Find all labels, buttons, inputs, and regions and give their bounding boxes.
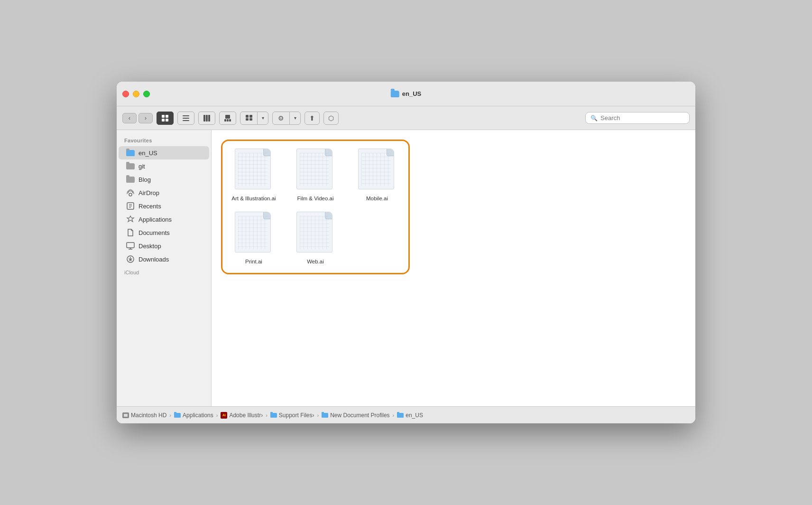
en-us-folder-icon	[397, 413, 404, 418]
file-item-print[interactable]: Print.ai	[230, 212, 277, 265]
svg-rect-11	[224, 119, 226, 122]
support-files-folder-icon	[270, 413, 277, 418]
breadcrumb-new-document-profiles[interactable]: New Document Profiles	[322, 412, 389, 419]
file-item-film[interactable]: Film & Video.ai	[292, 149, 339, 202]
sidebar-item-applications[interactable]: Applications	[119, 213, 209, 226]
svg-rect-4	[183, 115, 189, 116]
breadcrumb-label-hd: Macintosh HD	[131, 412, 166, 419]
fullscreen-button[interactable]	[143, 91, 150, 97]
window-title-area: en_US	[391, 90, 421, 97]
downloads-icon	[126, 255, 135, 263]
recents-icon	[126, 202, 135, 210]
favourites-section-title: Favourites	[117, 136, 211, 146]
new-doc-profiles-folder-icon	[322, 413, 328, 418]
sidebar-item-git[interactable]: git	[119, 159, 209, 173]
svg-rect-7	[203, 115, 205, 122]
breadcrumb-adobe-illustrator[interactable]: Ai Adobe Illustr›	[221, 412, 263, 419]
window-title: en_US	[402, 90, 421, 97]
breadcrumb-sep-4: ›	[317, 412, 319, 418]
sidebar-item-blog[interactable]: Blog	[119, 173, 209, 186]
hd-icon	[122, 412, 129, 418]
back-button[interactable]: ‹	[122, 113, 137, 123]
gallery-dropdown[interactable]: ▾	[258, 112, 268, 124]
file-label-film: Film & Video.ai	[297, 195, 333, 202]
breadcrumb-macintosh-hd[interactable]: Macintosh HD	[122, 412, 166, 419]
svg-rect-12	[227, 119, 229, 122]
traffic-lights	[122, 91, 150, 97]
svg-rect-6	[183, 120, 189, 121]
breadcrumb-label-applications: Applications	[183, 412, 213, 419]
documents-icon	[126, 228, 135, 237]
svg-rect-5	[183, 118, 189, 119]
sidebar-item-recents[interactable]: Recents	[119, 199, 209, 213]
sidebar-item-documents[interactable]: Documents	[119, 226, 209, 239]
svg-rect-13	[229, 119, 231, 122]
action-controls: ⚙ ▾	[272, 112, 301, 125]
nav-buttons: ‹ ›	[122, 113, 153, 123]
title-folder-icon	[391, 91, 399, 97]
file-label-art: Art & Illustration.ai	[231, 195, 276, 202]
main-content: Favourites en_US git Blog	[117, 130, 695, 406]
file-label-print: Print.ai	[245, 258, 262, 265]
file-row-2: Print.ai Web.ai	[230, 212, 401, 265]
sidebar-item-en_US[interactable]: en_US	[119, 146, 209, 159]
svg-rect-9	[208, 115, 210, 122]
desktop-icon	[126, 242, 135, 250]
minimize-button[interactable]	[133, 91, 139, 97]
svg-rect-0	[162, 115, 165, 118]
svg-rect-2	[162, 119, 165, 122]
breadcrumb-support-files[interactable]: Support Files›	[270, 412, 314, 419]
file-icon-print	[235, 212, 273, 254]
file-item-web[interactable]: Web.ai	[292, 212, 339, 265]
sidebar-item-label-documents: Documents	[138, 229, 170, 236]
statusbar: Macintosh HD › Applications › Ai Adobe I…	[117, 406, 695, 423]
sidebar-item-label-blog: Blog	[138, 176, 151, 183]
svg-rect-14	[246, 115, 249, 118]
sidebar-item-label-git: git	[138, 163, 145, 170]
sidebar-item-airdrop[interactable]: AirDrop	[119, 186, 209, 199]
search-input[interactable]	[600, 114, 684, 122]
column-view-button[interactable]	[198, 112, 215, 125]
svg-point-18	[129, 193, 132, 196]
file-item-art[interactable]: Art & Illustration.ai	[230, 149, 277, 202]
breadcrumb-label-ai: Adobe Illustr›	[229, 412, 263, 419]
gear-dropdown[interactable]: ▾	[290, 112, 300, 124]
file-label-web: Web.ai	[307, 258, 324, 265]
sidebar-item-label-applications: Applications	[138, 216, 172, 223]
ai-icon: Ai	[221, 412, 227, 419]
forward-button[interactable]: ›	[138, 113, 153, 123]
applications-icon	[126, 215, 135, 224]
icloud-section-label: iCloud	[117, 266, 211, 277]
breadcrumb-applications[interactable]: Applications	[174, 412, 213, 419]
search-bar[interactable]: 🔍	[585, 112, 690, 124]
finder-window: en_US ‹ ›	[117, 82, 695, 423]
svg-rect-16	[246, 118, 249, 121]
svg-rect-17	[249, 118, 252, 121]
sidebar-item-downloads[interactable]: Downloads	[119, 252, 209, 266]
sidebar-item-desktop[interactable]: Desktop	[119, 239, 209, 252]
tag-button[interactable]: ⬡	[323, 112, 339, 125]
close-button[interactable]	[122, 91, 129, 97]
file-item-mobile[interactable]: Mobile.ai	[353, 149, 401, 202]
applications-folder-icon	[174, 413, 181, 418]
selection-box: Art & Illustration.ai Film & Video.ai	[221, 140, 410, 274]
svg-rect-23	[127, 243, 134, 248]
share-button[interactable]: ⬆	[304, 112, 320, 125]
sidebar-item-label-airdrop: AirDrop	[138, 189, 159, 196]
en_US-folder-icon	[126, 149, 135, 157]
breadcrumb-en-us[interactable]: en_US	[397, 412, 423, 419]
breadcrumb-sep-2: ›	[216, 412, 218, 418]
svg-rect-1	[166, 115, 168, 118]
list-view-button[interactable]	[177, 112, 194, 125]
airdrop-icon	[126, 188, 135, 197]
breadcrumb-label-en-us: en_US	[406, 412, 423, 419]
svg-rect-29	[124, 414, 128, 417]
gear-button[interactable]: ⚙	[273, 112, 290, 124]
search-icon: 🔍	[591, 115, 598, 122]
grid-view-button[interactable]	[157, 112, 174, 125]
gallery-view-button[interactable]	[240, 112, 258, 124]
cover-view-button[interactable]	[219, 112, 236, 125]
blog-folder-icon	[126, 175, 135, 184]
git-folder-icon	[126, 162, 135, 170]
sidebar-item-label-downloads: Downloads	[138, 256, 169, 263]
